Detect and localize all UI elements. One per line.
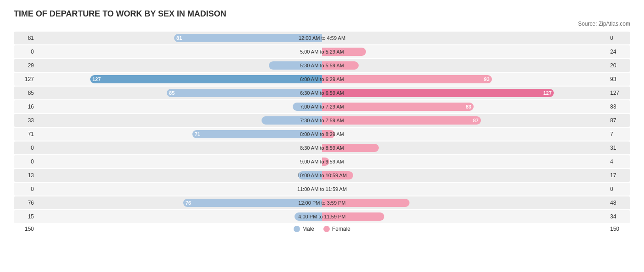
female-bar-wrap (322, 158, 329, 166)
bars-area: 6:00 AM to 6:29 AM12793 (37, 73, 607, 86)
chart-row: 856:30 AM to 6:59 AM85127127 (14, 87, 630, 99)
source-label: Source: ZipAtlas.com (14, 21, 630, 27)
male-bar-wrap: 85 (167, 89, 322, 97)
female-value: 0 (607, 35, 630, 41)
male-value: 0 (14, 145, 37, 151)
female-bar (322, 158, 329, 166)
female-bar (322, 199, 409, 207)
bars-area: 8:00 AM to 8:29 AM71 (37, 128, 607, 141)
chart-row: 09:00 AM to 9:59 AM4 (14, 155, 630, 168)
chart-row: 05:00 AM to 5:29 AM24 (14, 45, 630, 58)
male-bar: 71 (192, 130, 322, 138)
male-legend-label: Male (302, 226, 314, 232)
male-value: 29 (14, 62, 37, 69)
male-bar (298, 171, 322, 180)
female-value: 93 (607, 76, 630, 82)
male-bar: 76 (183, 199, 322, 207)
male-value: 127 (14, 76, 37, 82)
male-bar-value: 85 (167, 90, 177, 96)
female-bar: 83 (322, 103, 474, 111)
female-value: 34 (607, 213, 630, 220)
bars-area: 5:30 AM to 5:59 AM (37, 59, 607, 72)
bars-area: 7:30 AM to 7:59 AM87 (37, 114, 607, 127)
chart-row: 295:30 AM to 5:59 AM20 (14, 59, 630, 72)
female-bar-wrap: 83 (322, 103, 474, 111)
axis-left-val: 150 (14, 226, 37, 232)
female-bar-value: 87 (471, 118, 481, 123)
male-bar (293, 103, 322, 111)
female-bar: 87 (322, 116, 481, 125)
female-value: 83 (607, 103, 630, 110)
legend-male: Male (294, 226, 314, 232)
chart-row: 011:00 AM to 11:59 AM0 (14, 183, 630, 196)
male-value: 13 (14, 172, 37, 179)
bars-area: 9:00 AM to 9:59 AM (37, 155, 607, 168)
bars-area: 7:00 AM to 7:29 AM83 (37, 100, 607, 113)
female-bar-wrap (322, 48, 366, 56)
female-value: 17 (607, 172, 630, 179)
male-bar-value: 76 (183, 200, 193, 206)
bars-area: 6:30 AM to 6:59 AM85127 (37, 87, 607, 99)
chart-row: 8112:00 AM to 4:59 AM810 (14, 32, 630, 44)
male-legend-icon (294, 226, 300, 232)
female-value: 20 (607, 62, 630, 69)
bars-area: 12:00 PM to 3:59 PM76 (37, 196, 607, 209)
time-label: 11:00 AM to 11:59 AM (297, 186, 347, 192)
male-value: 16 (14, 103, 37, 110)
female-bar-wrap (322, 130, 335, 138)
female-bar (322, 130, 335, 138)
female-value: 24 (607, 49, 630, 55)
male-value: 0 (14, 158, 37, 165)
female-value: 48 (607, 200, 630, 206)
bars-area: 12:00 AM to 4:59 AM81 (37, 32, 607, 44)
female-bar-value: 127 (541, 90, 554, 96)
bars-area: 4:00 PM to 11:59 PM (37, 210, 607, 223)
chart-row: 1276:00 AM to 6:29 AM1279393 (14, 73, 630, 86)
female-bar-wrap (322, 199, 409, 207)
female-value: 87 (607, 117, 630, 124)
chart-row: 718:00 AM to 8:29 AM717 (14, 128, 630, 141)
female-bar (322, 144, 379, 152)
bars-area: 11:00 AM to 11:59 AM (37, 183, 607, 196)
female-bar (322, 171, 353, 180)
bars-area: 5:00 AM to 5:29 AM (37, 45, 607, 58)
female-bar (322, 61, 359, 70)
male-bar-wrap (298, 171, 322, 180)
male-bar-wrap: 71 (192, 130, 322, 138)
male-bar-value: 127 (90, 76, 103, 82)
female-bar (322, 212, 384, 221)
male-value: 0 (14, 186, 37, 192)
male-bar-value: 71 (192, 131, 202, 137)
female-value: 4 (607, 158, 630, 165)
legend: Male Female (37, 226, 607, 232)
male-bar-wrap (293, 103, 322, 111)
female-bar-wrap (322, 212, 384, 221)
male-bar (295, 212, 322, 221)
male-bar-value: 81 (174, 35, 184, 41)
male-value: 76 (14, 200, 37, 206)
male-bar: 127 (90, 75, 322, 83)
chart-row: 167:00 AM to 7:29 AM8383 (14, 100, 630, 113)
female-bar-wrap (322, 144, 379, 152)
female-value: 31 (607, 145, 630, 151)
female-bar-wrap: 87 (322, 116, 481, 125)
female-bar-wrap: 127 (322, 89, 554, 97)
legend-female: Female (323, 226, 350, 232)
male-value: 71 (14, 131, 37, 137)
female-bar-value: 93 (482, 76, 492, 82)
female-bar: 93 (322, 75, 492, 83)
male-bar-wrap (269, 61, 322, 70)
female-bar-value: 83 (464, 104, 474, 109)
female-bar: 127 (322, 89, 554, 97)
chart-container: 8112:00 AM to 4:59 AM81005:00 AM to 5:29… (14, 32, 630, 223)
male-value: 0 (14, 49, 37, 55)
female-legend-label: Female (332, 226, 350, 232)
axis-right-val: 150 (607, 226, 630, 232)
male-bar-wrap: 127 (90, 75, 322, 83)
female-value: 7 (607, 131, 630, 137)
female-bar (322, 48, 366, 56)
male-bar-wrap (262, 116, 322, 125)
male-value: 81 (14, 35, 37, 41)
male-bar-wrap: 76 (183, 199, 322, 207)
female-value: 127 (607, 90, 630, 96)
